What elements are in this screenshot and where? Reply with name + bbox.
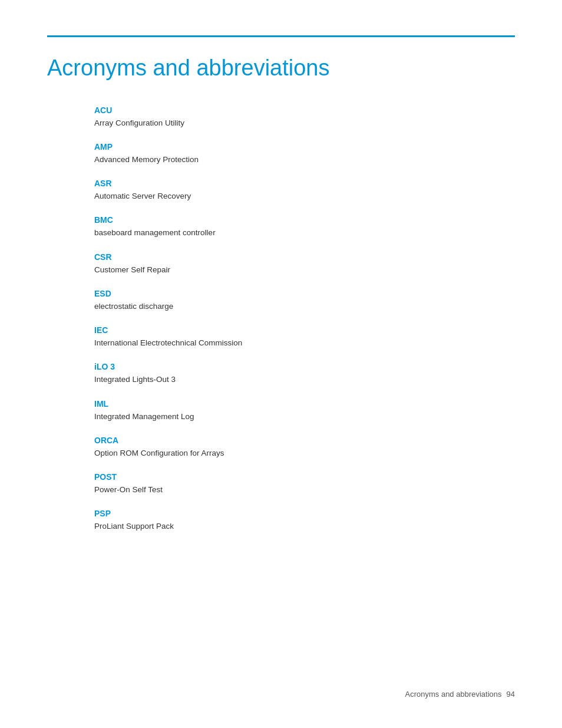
list-item: BMCbaseboard management controller xyxy=(94,215,515,239)
acronym-term: IEC xyxy=(94,325,515,335)
acronym-term: IML xyxy=(94,399,515,409)
acronym-definition: Integrated Lights-Out 3 xyxy=(94,374,515,386)
acronym-term: ESD xyxy=(94,289,515,298)
acronym-definition: Integrated Management Log xyxy=(94,411,515,423)
acronym-term: AMP xyxy=(94,142,515,151)
acronym-term: ASR xyxy=(94,179,515,188)
acronym-term: iLO 3 xyxy=(94,362,515,371)
list-item: ACUArray Configuration Utility xyxy=(94,106,515,129)
acronym-term: ORCA xyxy=(94,436,515,445)
acronym-term: BMC xyxy=(94,215,515,225)
acronym-definition: International Electrotechnical Commissio… xyxy=(94,337,515,349)
list-item: POSTPower-On Self Test xyxy=(94,472,515,496)
list-item: ORCAOption ROM Configuration for Arrays xyxy=(94,436,515,459)
top-border xyxy=(47,35,515,37)
acronym-definition: baseboard management controller xyxy=(94,227,515,239)
acronym-term: ACU xyxy=(94,106,515,115)
acronym-definition: Array Configuration Utility xyxy=(94,117,515,129)
footer-page-number: 94 xyxy=(507,690,515,699)
acronym-definition: Automatic Server Recovery xyxy=(94,190,515,202)
acronym-term: PSP xyxy=(94,509,515,518)
acronym-definition: ProLiant Support Pack xyxy=(94,521,515,532)
list-item: CSRCustomer Self Repair xyxy=(94,252,515,276)
acronym-definition: Customer Self Repair xyxy=(94,264,515,276)
page-title: Acronyms and abbreviations xyxy=(47,55,515,82)
acronym-list: ACUArray Configuration UtilityAMPAdvance… xyxy=(94,106,515,533)
list-item: IECInternational Electrotechnical Commis… xyxy=(94,325,515,349)
page-container: Acronyms and abbreviations ACUArray Conf… xyxy=(0,0,562,728)
list-item: AMPAdvanced Memory Protection xyxy=(94,142,515,166)
acronym-term: POST xyxy=(94,472,515,482)
page-footer: Acronyms and abbreviations 94 xyxy=(405,690,515,699)
list-item: ASRAutomatic Server Recovery xyxy=(94,179,515,202)
acronym-definition: Option ROM Configuration for Arrays xyxy=(94,447,515,459)
acronym-definition: electrostatic discharge xyxy=(94,301,515,312)
footer-text: Acronyms and abbreviations xyxy=(405,690,502,699)
acronym-term: CSR xyxy=(94,252,515,262)
list-item: iLO 3Integrated Lights-Out 3 xyxy=(94,362,515,386)
list-item: PSPProLiant Support Pack xyxy=(94,509,515,532)
list-item: IMLIntegrated Management Log xyxy=(94,399,515,423)
acronym-definition: Advanced Memory Protection xyxy=(94,154,515,166)
acronym-definition: Power-On Self Test xyxy=(94,484,515,496)
list-item: ESDelectrostatic discharge xyxy=(94,289,515,312)
